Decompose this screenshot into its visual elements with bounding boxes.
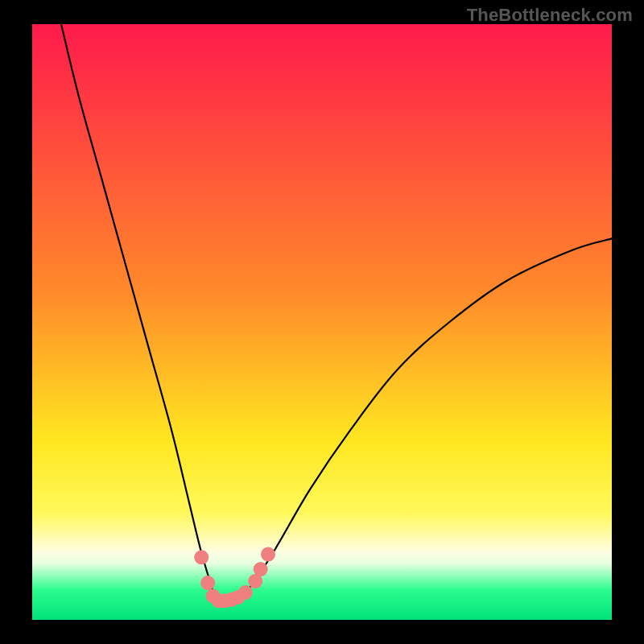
highlight-marker: [194, 550, 208, 564]
highlight-marker: [238, 585, 253, 600]
highlight-marker: [254, 562, 268, 576]
highlight-marker: [200, 576, 215, 590]
highlight-marker: [261, 547, 275, 562]
plot-background: [32, 24, 612, 620]
chart-frame: TheBottleneck.com: [0, 0, 644, 644]
chart-svg: [0, 0, 644, 644]
watermark-text: TheBottleneck.com: [467, 5, 633, 26]
